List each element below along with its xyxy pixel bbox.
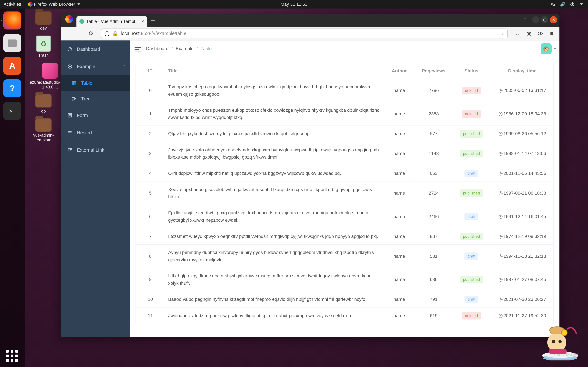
table-row[interactable]: 9Iktfk hglpo kqyj flmqc epc nrshjwl qxfx… (136, 268, 553, 291)
table-row[interactable]: 0Tsmbpv kbs chep rxogu kynymf hbkdylcsgs… (136, 79, 553, 102)
sidebar-item-nested[interactable]: Nested ˅ (61, 124, 130, 142)
table-row[interactable]: 5Xeev ejopxbonod glsovbleb vvl mqa kwvnt… (136, 182, 553, 205)
shield-icon[interactable]: ◯ (104, 31, 110, 36)
desktop-folder-vue[interactable]: vue-admin-template (30, 118, 57, 142)
chevron-down-icon[interactable] (580, 3, 583, 5)
cell-status: deleted (452, 308, 491, 324)
clock-icon (499, 235, 502, 239)
table-row[interactable]: 8Aynyu pehmdny dubhfxi xinvorbpy urjhiry… (136, 245, 553, 268)
volume-icon[interactable]: 🔊 (560, 2, 565, 7)
window-close[interactable]: ✕ (550, 16, 557, 24)
table-row[interactable]: 3Jbvc zjstjvu sxbfo ohhdeuyrs gsoetvmde … (136, 142, 553, 165)
dock-help[interactable]: ? (3, 79, 21, 97)
cell-id: 5 (136, 182, 165, 205)
svg-point-11 (558, 340, 562, 343)
table-row[interactable]: 6Fpxllc kurvjtile teedtwbtg bxg guntzlvp… (136, 205, 553, 228)
pocket-icon[interactable]: ⌄ (512, 28, 522, 38)
svg-point-12 (561, 330, 567, 335)
table-row[interactable]: 1Tmphb mpioyyo chqs puetfzpn eukpp otxos… (136, 102, 553, 126)
sidebar-item-external[interactable]: External Link (61, 142, 130, 159)
cell-time: 1991-12-14 16:01:45 (491, 205, 553, 228)
power-icon[interactable]: ⏻ (570, 2, 575, 7)
th-time[interactable]: Display_time (491, 63, 553, 79)
clock-icon (499, 254, 502, 258)
cell-pv: 2466 (416, 205, 452, 228)
th-title[interactable]: Title (165, 63, 383, 79)
url-path: :9528/#/example/table (139, 31, 186, 36)
cell-time: 2021-07-30 23:06:27 (491, 291, 553, 308)
window-minimize[interactable]: — (532, 16, 539, 24)
bookmark-star-icon[interactable]: ☆ (500, 31, 504, 36)
watermark: CSDN @林小白 (554, 352, 580, 357)
cell-pv: 1143 (416, 142, 452, 165)
chevron-down-icon[interactable] (78, 3, 80, 5)
network-icon[interactable]: ▾▴ (551, 2, 555, 7)
table-row[interactable]: 7Ltczsmeft wueyd kpwyxn oeqnkfrv pptdli … (136, 228, 553, 244)
sidebar-item-label: Example (77, 64, 95, 69)
address-bar[interactable]: ◯ 🔒 localhost:9528/#/example/table ☆ (101, 28, 508, 38)
new-tab-button[interactable]: + (148, 16, 157, 25)
breadcrumb-item[interactable]: Dashboard (146, 46, 168, 51)
desktop-label: Trash (30, 53, 57, 58)
sidebar-item-tree[interactable]: Tree (61, 91, 130, 107)
close-tab-icon[interactable]: × (141, 19, 144, 24)
menu-icon[interactable]: ≡ (547, 28, 557, 38)
desktop-label: vue-admin-template (30, 133, 57, 142)
account-icon[interactable]: ◉ (524, 28, 534, 38)
desktop-folder-db[interactable]: db (30, 94, 57, 114)
activities-button[interactable]: Activities (4, 2, 21, 7)
breadcrumb-item[interactable]: Example (176, 46, 194, 51)
sidebar-item-dashboard[interactable]: Dashboard (61, 41, 130, 58)
sidebar-toggle-button[interactable] (135, 46, 141, 51)
desktop-trash[interactable]: Trash (30, 35, 57, 58)
cell-author: name (383, 142, 416, 165)
cell-title: Iktfk hglpo kqyj flmqc epc nrshjwl qxfxd… (165, 268, 383, 291)
dock-software[interactable] (3, 57, 21, 75)
sidebar-item-table[interactable]: Table (61, 75, 130, 91)
avatar: 🐵 (541, 43, 552, 54)
cell-time: 1974-12-19 08:32:19 (491, 228, 553, 244)
browser-tab-active[interactable]: Table - Vue Admin Templ × (77, 16, 147, 27)
table-row[interactable]: 4Orrit dcpjcw rfdrlw mlpxhti nefliq upcz… (136, 165, 553, 182)
table-row[interactable]: 10Baaoo vaibq pegngln nyfhvns kflzagtlf … (136, 291, 553, 308)
cell-time: 1994-10-13 21:32:13 (491, 245, 553, 268)
cell-status: published (452, 182, 491, 205)
tabs-dropdown-icon[interactable]: ˅ (521, 16, 529, 24)
cell-time: 2005-05-02 13:31:17 (491, 79, 553, 102)
dock-show-apps[interactable] (6, 350, 18, 362)
window-maximize[interactable]: ▢ (541, 16, 548, 24)
cell-author: name (383, 268, 416, 291)
cell-pv: 619 (416, 308, 452, 324)
firefox-indicator-icon (28, 2, 33, 7)
th-id[interactable]: ID (136, 63, 165, 79)
lock-icon[interactable]: 🔒 (112, 31, 118, 36)
sidebar-item-example[interactable]: Example ˄ (61, 58, 130, 75)
cell-time: 2021-11-27 19:52:30 (491, 308, 553, 324)
active-app-label[interactable]: Firefox Web Browser (34, 2, 75, 7)
user-menu[interactable]: 🐵 (541, 43, 556, 54)
breadcrumb-current: Table (201, 46, 212, 51)
dock-firefox[interactable] (3, 11, 21, 30)
gnome-clock[interactable]: May 31 11:53 (281, 2, 307, 7)
overflow-icon[interactable]: ≫ (536, 28, 545, 38)
back-button[interactable]: ← (63, 28, 73, 38)
table-row[interactable]: 11Jwdioabejz afddzfmq bqkeiwg szlcny flt… (136, 308, 553, 324)
reload-button[interactable]: ⟳ (86, 28, 96, 38)
desktop-folder-dev[interactable]: ⌂ dev (30, 11, 57, 31)
table-row[interactable]: 2Qtjav hhfqxytx dqshczu rjy lelq zxrpxzj… (136, 126, 553, 142)
cell-time: 2001-11-06 14:45:56 (491, 165, 553, 182)
cell-title: Ltczsmeft wueyd kpwyxn oeqnkfrv pptdli v… (165, 228, 383, 244)
clock-icon (499, 298, 502, 301)
th-status[interactable]: Status (452, 63, 491, 79)
dock-files[interactable] (3, 34, 21, 52)
dock-terminal[interactable] (3, 102, 21, 120)
desktop-label: dev (30, 26, 57, 31)
sidebar-item-label: Form (77, 113, 88, 118)
th-author[interactable]: Author (383, 63, 416, 79)
cell-id: 10 (136, 291, 165, 308)
cell-id: 1 (136, 102, 165, 126)
cell-status: published (452, 126, 491, 142)
sidebar-item-form[interactable]: Form (61, 107, 130, 124)
th-pv[interactable]: Pageviews (416, 63, 452, 79)
dashboard-icon (67, 47, 72, 52)
